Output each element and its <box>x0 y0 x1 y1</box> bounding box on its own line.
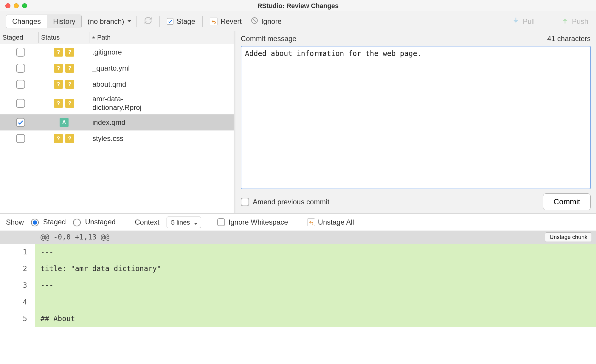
col-header-path[interactable]: Path <box>89 32 234 43</box>
separator <box>159 16 160 27</box>
commit-footer: Amend previous commit Commit <box>241 193 591 210</box>
pull-button[interactable]: Pull <box>510 15 536 27</box>
diff-line[interactable]: 1--- <box>0 244 596 260</box>
col-header-path-label: Path <box>97 34 111 41</box>
status-badge: A <box>60 118 69 127</box>
revert-label: Revert <box>221 17 242 26</box>
commit-message-label: Commit message <box>241 35 297 43</box>
view-segmented-control: Changes History <box>6 15 82 28</box>
close-window[interactable] <box>5 3 10 8</box>
status-badge: ? <box>65 48 74 57</box>
arrow-up-icon <box>561 17 569 26</box>
line-content: ## About <box>35 315 596 323</box>
commit-message-input[interactable] <box>241 46 591 189</box>
separator <box>136 16 137 27</box>
status-badge: ? <box>65 99 74 108</box>
ignore-label: Ignore <box>261 17 282 26</box>
line-content: --- <box>35 248 596 256</box>
staged-checkbox[interactable] <box>16 80 25 89</box>
unstage-chunk-button[interactable]: Unstage chunk <box>545 232 592 242</box>
status-cell: A <box>39 118 89 127</box>
refresh-button[interactable] <box>142 15 154 28</box>
show-label: Show <box>6 218 24 226</box>
chevron-down-icon <box>128 20 131 22</box>
status-badge: ? <box>54 64 63 73</box>
refresh-icon <box>144 16 152 27</box>
line-number: 5 <box>0 310 35 327</box>
branch-label: (no branch) <box>88 17 124 26</box>
file-list[interactable]: ??.gitignore??_quarto.yml??about.qmd??am… <box>0 44 234 213</box>
status-badge: ? <box>54 80 63 89</box>
stage-label: Stage <box>176 17 195 26</box>
line-number: 4 <box>0 294 35 310</box>
file-row[interactable]: ??about.qmd <box>0 76 234 92</box>
revert-icon <box>210 18 218 25</box>
diff-view[interactable]: @@ -0,0 +1,13 @@ Unstage chunk 1---2titl… <box>0 231 596 327</box>
main-split: Staged Status Path ??.gitignore??_quarto… <box>0 31 596 213</box>
sort-ascending-icon <box>92 36 95 38</box>
col-header-staged[interactable]: Staged <box>0 32 39 43</box>
diff-line[interactable]: 3--- <box>0 277 596 294</box>
file-row[interactable]: ??.gitignore <box>0 44 234 60</box>
diff-toolbar: Show Staged Unstaged Context 5 lines Ign… <box>0 213 596 231</box>
revert-icon <box>307 218 315 226</box>
staged-checkbox[interactable] <box>16 64 25 73</box>
line-number: 2 <box>0 260 35 277</box>
col-header-status[interactable]: Status <box>39 32 89 43</box>
commit-pane: Commit message 41 characters Amend previ… <box>235 31 596 213</box>
line-content: --- <box>35 281 596 290</box>
staged-checkbox[interactable] <box>16 118 25 127</box>
pull-label: Pull <box>523 17 535 26</box>
ignore-button[interactable]: Ignore <box>249 15 283 27</box>
show-staged-radio[interactable]: Staged <box>31 218 66 226</box>
ignore-whitespace[interactable]: Ignore Whitespace <box>217 218 288 226</box>
file-row[interactable]: ??_quarto.yml <box>0 60 234 76</box>
ignore-ws-checkbox[interactable] <box>217 218 225 226</box>
amend-checkbox[interactable] <box>241 198 249 206</box>
amend-previous-commit[interactable]: Amend previous commit <box>241 198 329 206</box>
commit-header: Commit message 41 characters <box>241 35 591 43</box>
unstage-all-label: Unstage All <box>318 218 354 226</box>
context-select[interactable]: 5 lines <box>167 218 201 226</box>
status-badge: ? <box>65 134 74 143</box>
ignore-icon <box>251 17 258 26</box>
chevron-down-icon <box>194 223 198 225</box>
radio-icon <box>31 219 39 226</box>
file-row[interactable]: ??styles.css <box>0 130 234 147</box>
arrow-down-icon <box>512 17 520 26</box>
window-controls[interactable] <box>0 3 27 8</box>
tab-history[interactable]: History <box>47 15 81 28</box>
context-label: Context <box>135 218 159 226</box>
staged-checkbox[interactable] <box>16 99 25 108</box>
file-path: .gitignore <box>89 48 231 57</box>
diff-line[interactable]: 5## About <box>0 310 596 327</box>
unstage-all-button[interactable]: Unstage All <box>307 218 354 226</box>
revert-button[interactable]: Revert <box>208 16 243 27</box>
show-unstaged-radio[interactable]: Unstaged <box>73 218 116 226</box>
status-badge: ? <box>54 48 63 57</box>
show-unstaged-label: Unstaged <box>85 218 116 226</box>
file-path: _quarto.yml <box>89 64 231 73</box>
show-staged-label: Staged <box>43 218 66 226</box>
commit-button[interactable]: Commit <box>543 193 591 210</box>
staged-checkbox[interactable] <box>16 48 25 57</box>
tab-changes[interactable]: Changes <box>6 15 47 28</box>
titlebar: RStudio: Review Changes <box>0 0 596 12</box>
push-button[interactable]: Push <box>559 15 590 27</box>
diff-line[interactable]: 4 <box>0 294 596 310</box>
push-label: Push <box>572 17 588 26</box>
status-cell: ?? <box>39 80 89 89</box>
branch-selector[interactable]: (no branch) <box>88 17 131 26</box>
file-row[interactable]: Aindex.qmd <box>0 114 234 130</box>
commit-char-count: 41 characters <box>547 35 591 43</box>
minimize-window[interactable] <box>14 3 19 8</box>
diff-line[interactable]: 2title: "amr-data-dictionary" <box>0 260 596 277</box>
maximize-window[interactable] <box>22 3 27 8</box>
line-number: 3 <box>0 277 35 294</box>
svg-line-1 <box>252 18 257 23</box>
file-row[interactable]: ??amr-data-dictionary.Rproj <box>0 92 234 114</box>
staged-checkbox[interactable] <box>16 134 25 143</box>
stage-button[interactable]: Stage <box>165 16 197 27</box>
pull-push-group: Pull Push <box>510 15 590 27</box>
status-cell: ?? <box>39 134 89 143</box>
